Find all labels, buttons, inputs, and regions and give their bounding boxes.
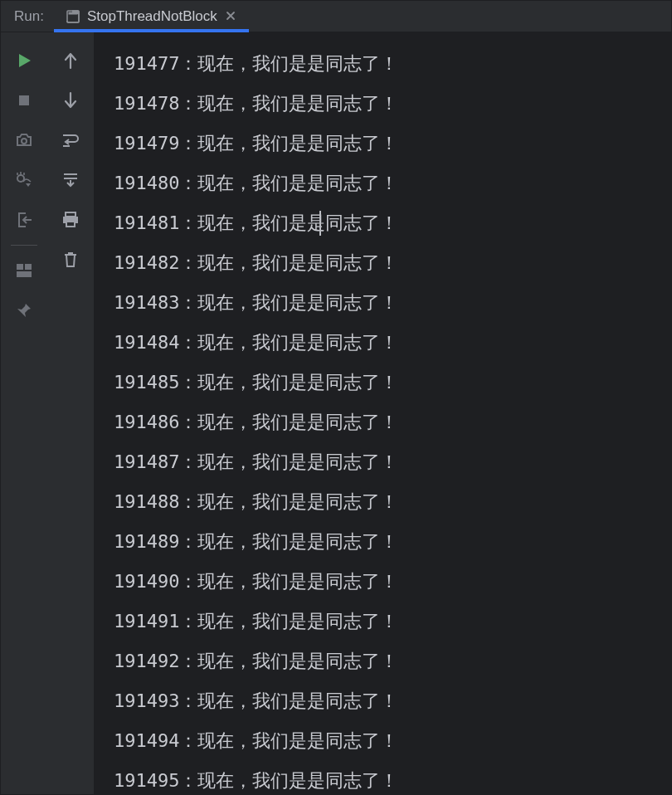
trash-icon[interactable] (54, 243, 87, 276)
run-tab-label: StopThreadNotBlock (87, 8, 217, 25)
console-line[interactable]: 191492：现在，我们是是同志了！ (114, 641, 671, 681)
svg-rect-11 (66, 212, 75, 217)
console-line[interactable]: 191491：现在，我们是是同志了！ (114, 602, 671, 641)
svg-rect-9 (25, 264, 32, 270)
exit-icon[interactable] (7, 203, 41, 237)
console-line[interactable]: 191487：现在，我们是是同志了！ (114, 442, 671, 482)
layout-icon[interactable] (7, 254, 41, 287)
svg-rect-10 (17, 271, 32, 277)
console-line[interactable]: 191489：现在，我们是是同志了！ (114, 522, 671, 562)
console-line[interactable]: 191488：现在，我们是是同志了！ (114, 482, 671, 522)
console-line[interactable]: 191480：现在，我们是是同志了！ (114, 163, 671, 203)
panel-label: Run: (1, 1, 56, 32)
svg-rect-4 (68, 12, 77, 14)
console-toolbar (47, 32, 94, 794)
svg-point-6 (22, 139, 27, 144)
svg-rect-5 (19, 95, 29, 105)
console-line[interactable]: 191485：现在，我们是是同志了！ (114, 363, 671, 402)
console-line[interactable]: 191483：现在，我们是是同志了！ (114, 283, 671, 323)
camera-icon[interactable] (7, 124, 41, 157)
console-line[interactable]: 191481：现在，我们是是同志了！ (114, 203, 671, 243)
run-icon[interactable] (7, 44, 41, 77)
stop-icon[interactable] (7, 84, 41, 117)
left-toolbar (1, 32, 47, 794)
svg-rect-8 (17, 264, 23, 270)
run-tool-window: Run: StopThreadNotBlock (0, 0, 672, 795)
console-line[interactable]: 191478：现在，我们是是同志了！ (114, 84, 671, 124)
application-icon (66, 9, 80, 24)
console-output[interactable]: 191477：现在，我们是是同志了！191478：现在，我们是是同志了！1914… (94, 32, 671, 794)
console-line[interactable]: 191490：现在，我们是是同志了！ (114, 562, 671, 602)
console-line[interactable]: 191495：现在，我们是是同志了！ (114, 761, 671, 794)
console-line[interactable]: 191484：现在，我们是是同志了！ (114, 323, 671, 363)
debug-rerun-icon[interactable] (7, 163, 41, 197)
console-line[interactable]: 191477：现在，我们是是同志了！ (114, 44, 671, 84)
run-tab[interactable]: StopThreadNotBlock (56, 1, 247, 32)
console-line[interactable]: 191482：现在，我们是是同志了！ (114, 243, 671, 283)
console-line[interactable]: 191494：现在，我们是是同志了！ (114, 721, 671, 761)
arrow-down-icon[interactable] (54, 84, 87, 117)
text-caret (319, 211, 321, 236)
toolbar-divider (11, 245, 37, 246)
close-icon[interactable] (224, 9, 237, 24)
titlebar: Run: StopThreadNotBlock (1, 1, 671, 32)
console-line[interactable]: 191479：现在，我们是是同志了！ (114, 124, 671, 163)
soft-wrap-icon[interactable] (54, 124, 87, 157)
print-icon[interactable] (54, 203, 87, 237)
scroll-to-end-icon[interactable] (54, 163, 87, 197)
body: 191477：现在，我们是是同志了！191478：现在，我们是是同志了！1914… (1, 32, 671, 794)
console-line[interactable]: 191493：现在，我们是是同志了！ (114, 681, 671, 721)
svg-rect-13 (66, 222, 75, 227)
console-line[interactable]: 191486：现在，我们是是同志了！ (114, 402, 671, 442)
pin-icon[interactable] (7, 294, 41, 327)
arrow-up-icon[interactable] (54, 44, 87, 77)
